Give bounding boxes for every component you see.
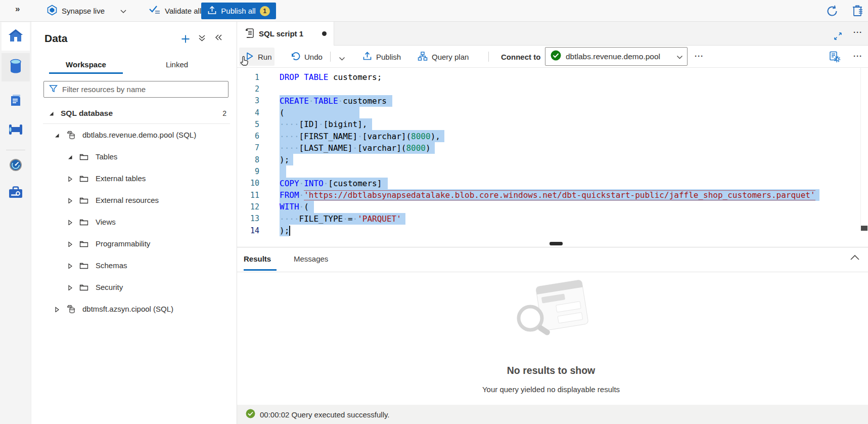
tree-item-external-resources[interactable]: External resources — [31, 189, 237, 211]
code-line-8[interactable]: 8); — [237, 154, 868, 165]
tree-item-dbtmsft-azsyn-cipool-sql-[interactable]: dbtmsft.azsyn.cipool (SQL) — [31, 298, 237, 320]
code-line-11[interactable]: 11FROM·'https://dbtlabsynapsedatalake.bl… — [237, 189, 868, 201]
results-splitter-handle[interactable] — [550, 242, 563, 245]
tree-collapsed-icon[interactable] — [67, 219, 73, 225]
collapse-panel-icon[interactable] — [214, 34, 223, 43]
tree-collapsed-icon[interactable] — [67, 197, 73, 203]
sql-script-icon — [244, 27, 254, 40]
top-command-bar: » Synapse live Validate all Publish all … — [0, 0, 868, 22]
code-line-12[interactable]: 12WITH·( — [237, 201, 868, 213]
editor-scrollbar-thumb[interactable] — [861, 226, 867, 231]
code-line-2[interactable]: 2 — [237, 83, 868, 95]
sql-code-editor[interactable]: 1DROP TABLE customers;23CREATE·TABLE·cus… — [237, 68, 868, 247]
tab-linked[interactable]: Linked — [166, 60, 188, 69]
no-results-subtitle: Your query yielded no displayable result… — [482, 385, 620, 394]
database-icon — [66, 130, 76, 140]
discard-changes-icon[interactable] — [852, 4, 864, 19]
active-results-tab-underline — [244, 269, 277, 271]
refresh-icon[interactable] — [826, 5, 839, 20]
tab-results[interactable]: Results — [244, 255, 271, 263]
main-area: SQL script 1 ··· Run Undo Publish — [237, 22, 868, 424]
code-line-4[interactable]: 4( — [237, 107, 868, 118]
properties-icon[interactable] — [829, 51, 841, 65]
code-line-3[interactable]: 3CREATE·TABLE·customers — [237, 95, 868, 107]
publish-button[interactable]: Publish — [362, 46, 401, 68]
tree-item-views[interactable]: Views — [31, 211, 237, 233]
success-check-icon — [246, 409, 255, 420]
connect-to-pool-dropdown[interactable]: dbtlabs.revenue.demo.pool — [545, 47, 688, 66]
tree-collapsed-icon[interactable] — [67, 284, 73, 290]
tree-item-programmability[interactable]: Programmability — [31, 233, 237, 255]
tree-collapsed-icon[interactable] — [67, 241, 73, 247]
toolbar-more-icon[interactable]: ··· — [853, 52, 862, 60]
publish-all-button[interactable]: Publish all 1 — [201, 3, 276, 19]
results-tab-bar: Results Messages — [237, 247, 868, 272]
code-lines: 1DROP TABLE customers;23CREATE·TABLE·cus… — [237, 71, 868, 236]
nav-data[interactable] — [2, 53, 30, 81]
tree-item-schemas[interactable]: Schemas — [31, 255, 237, 276]
code-line-5[interactable]: 5····[ID]·[bigint], — [237, 118, 868, 130]
nav-manage[interactable] — [2, 179, 30, 207]
tree-expanded-icon[interactable] — [67, 154, 73, 160]
environment-switcher[interactable]: Synapse live — [47, 0, 127, 21]
nav-integrate[interactable] — [2, 116, 30, 145]
active-tab-underline — [49, 72, 123, 74]
query-plan-label: Query plan — [432, 53, 469, 61]
text-cursor — [289, 226, 290, 236]
code-line-13[interactable]: 13····FILE_TYPE·=·'PARQUET' — [237, 213, 868, 225]
collapse-sidebar-icon[interactable]: » — [15, 4, 20, 14]
publish-label: Publish — [376, 53, 401, 61]
nav-develop[interactable] — [2, 87, 30, 115]
line-number: 10 — [237, 179, 259, 188]
line-number: 2 — [237, 84, 259, 94]
expand-icon[interactable] — [834, 32, 842, 43]
nav-monitor[interactable] — [2, 152, 30, 180]
connect-to-label-group: Connect to — [501, 46, 540, 68]
nav-home[interactable] — [2, 22, 30, 51]
tree-expanded-icon[interactable] — [48, 110, 54, 116]
tree-item-external-tables[interactable]: External tables — [31, 167, 237, 189]
connection-more-icon[interactable]: ··· — [695, 52, 704, 60]
undo-button[interactable]: Undo — [290, 46, 323, 68]
code-line-6[interactable]: 6····[FIRST_NAME]·[varchar](8000), — [237, 130, 868, 142]
run-label: Run — [258, 53, 272, 61]
code-line-14[interactable]: 14); — [237, 225, 868, 236]
tab-workspace[interactable]: Workspace — [66, 60, 106, 69]
validate-all-button[interactable]: Validate all — [149, 0, 201, 21]
rail-divider — [6, 150, 25, 150]
undo-redo-chevron-icon[interactable] — [339, 54, 345, 63]
tree-item-dbtlabs-revenue-demo-pool-sql-[interactable]: dbtlabs.revenue.demo.pool (SQL) — [31, 124, 237, 146]
tree-item-label: External tables — [96, 174, 146, 183]
folder-icon — [79, 262, 88, 269]
line-number: 8 — [237, 155, 259, 164]
folder-icon — [79, 153, 88, 160]
code-line-7[interactable]: 7····[LAST_NAME]·[varchar](8000) — [237, 142, 868, 154]
expand-all-icon[interactable] — [198, 34, 206, 44]
line-number: 13 — [237, 214, 259, 223]
tree-collapsed-icon[interactable] — [67, 176, 73, 182]
tree-expanded-icon[interactable] — [54, 132, 60, 138]
chevron-down-icon — [676, 52, 683, 61]
toolbar-separator — [488, 52, 489, 62]
tab-messages[interactable]: Messages — [294, 255, 328, 263]
tree-collapsed-icon[interactable] — [54, 306, 60, 312]
tree-item-label: Programmability — [96, 239, 150, 248]
publish-icon — [207, 6, 217, 17]
tree-item-security[interactable]: Security — [31, 276, 237, 298]
tree-item-sql-database[interactable]: SQL database2 — [31, 102, 237, 124]
code-line-9[interactable]: 9 — [237, 165, 868, 177]
code-line-10[interactable]: 10COPY·INTO·[customers] — [237, 178, 868, 189]
code-line-1[interactable]: 1DROP TABLE customers; — [237, 71, 868, 83]
tree-item-tables[interactable]: Tables — [31, 146, 237, 167]
tree-collapsed-icon[interactable] — [67, 263, 73, 269]
filter-resources-input[interactable]: Filter resources by name — [43, 81, 229, 98]
tab-sql-script[interactable]: SQL script 1 — [237, 22, 334, 46]
add-resource-icon[interactable] — [180, 34, 191, 46]
toolbar-separator — [330, 52, 331, 62]
line-number: 9 — [237, 167, 259, 176]
line-number: 5 — [237, 120, 259, 129]
line-number: 7 — [237, 143, 259, 152]
collapse-results-icon[interactable] — [850, 253, 860, 263]
query-plan-button[interactable]: Query plan — [418, 46, 469, 68]
tabstrip-more-icon[interactable]: ··· — [853, 28, 862, 36]
